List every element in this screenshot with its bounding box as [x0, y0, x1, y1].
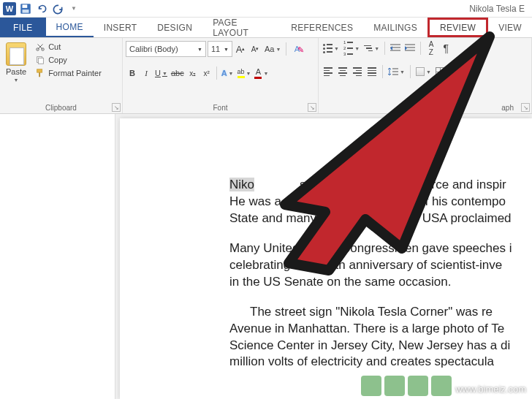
separator [384, 42, 385, 55]
pilcrow-icon: ¶ [443, 42, 449, 54]
clipboard-launcher-icon[interactable]: ↘ [112, 103, 121, 112]
chevron-down-icon: ▼ [224, 47, 229, 52]
tab-references[interactable]: REFERENCES [281, 18, 363, 37]
font-name-value: Calibri (Body) [129, 45, 178, 53]
justify-icon [368, 67, 376, 76]
text-effects-button[interactable]: A▼ [220, 66, 235, 80]
align-center-button[interactable] [336, 64, 349, 79]
paragraph-group-label: aph [322, 102, 528, 113]
tab-review[interactable]: REVIEW [428, 18, 488, 37]
cut-icon [35, 42, 45, 52]
separator [286, 42, 286, 56]
redo-icon[interactable] [51, 2, 64, 15]
align-left-button[interactable] [322, 64, 335, 79]
font-size-value: 11 [211, 45, 220, 53]
tab-mailings[interactable]: MAILINGS [363, 18, 428, 37]
sort-button[interactable]: AZ [425, 41, 438, 56]
italic-button[interactable]: I [140, 66, 153, 80]
line-spacing-icon [388, 66, 398, 77]
tab-file[interactable]: FILE [0, 18, 46, 37]
highlight-button[interactable]: ab ▼ [236, 66, 253, 80]
save-icon[interactable] [19, 2, 32, 15]
paragraph-3: The street sign "Nikola Tesla Corner" wa… [229, 304, 532, 371]
document-area: Nikola Tesla symbolizes a unifying force… [0, 114, 532, 399]
svg-rect-6 [39, 58, 44, 64]
change-case-button[interactable]: Aa▼ [263, 42, 282, 56]
tab-insert[interactable]: INSERT [94, 18, 148, 37]
decrease-indent-icon [390, 44, 400, 53]
decrease-indent-button[interactable] [389, 41, 402, 56]
shading-icon [416, 67, 425, 76]
shading-button[interactable]: ▼ [414, 64, 433, 79]
show-hide-button[interactable]: ¶ [439, 41, 452, 56]
svg-rect-2 [23, 10, 29, 13]
svg-rect-1 [23, 4, 28, 8]
numbering-button[interactable]: 1 2 3 ▼ [342, 41, 361, 56]
tab-design[interactable]: DESIGN [147, 18, 202, 37]
separator [420, 42, 421, 55]
increase-indent-icon [405, 44, 415, 53]
line-spacing-button[interactable]: ▼ [387, 64, 406, 79]
font-group-label: Font [126, 102, 315, 113]
superscript-button[interactable]: x² [200, 66, 213, 80]
paragraph-launcher-icon[interactable]: ↘ [521, 103, 530, 112]
chevron-down-icon: ▼ [197, 47, 202, 52]
title-bar: W ▼ Nikola Tesla E [0, 0, 532, 18]
undo-icon[interactable] [35, 2, 48, 15]
strikethrough-button[interactable]: abc [170, 66, 186, 80]
bullets-button[interactable]: ▼ [322, 41, 341, 56]
copy-label: Copy [48, 56, 67, 64]
group-clipboard: Paste ▼ Cut Copy Format Painter Clipboar… [0, 38, 123, 113]
align-right-button[interactable] [351, 64, 364, 79]
qat-customize-icon[interactable]: ▼ [67, 2, 80, 15]
paste-button[interactable]: Paste ▼ [3, 41, 29, 84]
tab-home[interactable]: HOME [46, 18, 94, 37]
separator [382, 65, 383, 78]
paste-dropdown-icon[interactable]: ▼ [14, 77, 19, 83]
increase-indent-button[interactable] [403, 41, 417, 56]
bold-button[interactable]: B [126, 66, 139, 80]
justify-button[interactable] [365, 64, 379, 79]
clear-formatting-button[interactable]: A✎ [290, 42, 303, 56]
borders-icon [436, 67, 444, 76]
ribbon-tabs: FILE HOME INSERT DESIGN PAGE LAYOUT REFE… [0, 18, 532, 38]
align-left-icon [324, 67, 332, 76]
paragraph-2: Many United States Congressmen gave spee… [229, 240, 532, 291]
font-size-select[interactable]: 11 ▼ [208, 41, 232, 57]
copy-icon [35, 55, 45, 65]
sort-icon: AZ [429, 40, 434, 56]
font-launcher-icon[interactable]: ↘ [308, 103, 316, 112]
shrink-font-button[interactable]: A▾ [248, 42, 262, 56]
bullets-icon [323, 44, 332, 53]
svg-rect-7 [37, 69, 42, 72]
grow-font-button[interactable]: A▴ [234, 42, 247, 56]
align-center-icon [338, 67, 347, 76]
navigation-pane[interactable] [0, 114, 115, 399]
word-app-icon[interactable]: W [3, 2, 16, 15]
copy-button[interactable]: Copy [34, 54, 103, 66]
clipboard-side: Cut Copy Format Painter [34, 41, 103, 79]
font-name-select[interactable]: Calibri (Body) ▼ [126, 41, 206, 57]
document-page[interactable]: Nikola Tesla symbolizes a unifying force… [120, 118, 532, 399]
numbering-icon: 1 2 3 [343, 40, 353, 56]
cut-label: Cut [48, 42, 61, 51]
underline-button[interactable]: U▼ [153, 66, 169, 80]
format-painter-icon [35, 68, 45, 78]
highlight-icon: ab [238, 68, 245, 75]
document-title: Nikola Tesla E [469, 4, 525, 14]
borders-button[interactable]: ▼ [434, 64, 452, 79]
tab-view[interactable]: VIEW [488, 18, 532, 37]
subscript-button[interactable]: x₂ [186, 66, 200, 80]
font-color-button[interactable]: A ▼ [253, 66, 270, 80]
ribbon: Paste ▼ Cut Copy Format Painter Clipboar… [0, 38, 532, 114]
paragraph-1: Nikola Tesla symbolizes a unifying force… [229, 177, 532, 227]
paste-label: Paste [6, 67, 26, 76]
format-painter-button[interactable]: Format Painter [34, 67, 103, 79]
cut-button[interactable]: Cut [34, 41, 103, 53]
group-paragraph: ▼ 1 2 3 ▼ ▼ [319, 38, 532, 113]
tab-page-layout[interactable]: PAGE LAYOUT [202, 18, 281, 37]
multilevel-list-button[interactable]: ▼ [362, 41, 381, 56]
align-right-icon [353, 67, 362, 76]
quick-access-toolbar: W ▼ [3, 2, 80, 15]
paste-icon [6, 42, 26, 66]
